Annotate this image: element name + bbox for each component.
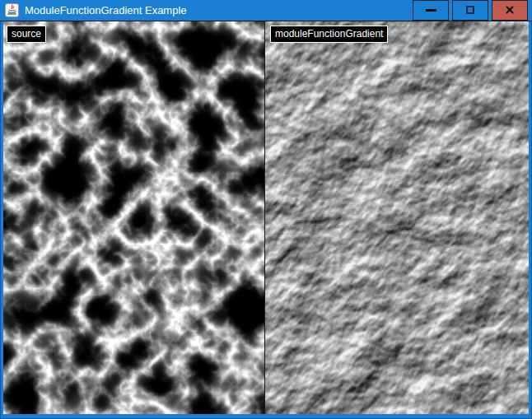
panel-source: source: [3, 21, 264, 414]
window-controls: [409, 0, 528, 21]
titlebar[interactable]: ModuleFunctionGradient Example: [0, 0, 532, 21]
close-icon: [505, 5, 515, 15]
maximize-icon: [466, 6, 474, 14]
source-label: source: [7, 26, 46, 43]
content-area: source moduleFunctionGradient: [3, 21, 529, 414]
close-button[interactable]: [492, 0, 528, 21]
module-function-gradient-image: [265, 21, 529, 414]
panel-module-function-gradient: moduleFunctionGradient: [265, 21, 529, 414]
maximize-button[interactable]: [452, 0, 488, 21]
module-function-gradient-label: moduleFunctionGradient: [270, 26, 388, 43]
java-coffee-cup-icon: [5, 3, 19, 17]
app-window: ModuleFunctionGradient Example source mo…: [0, 0, 532, 419]
minimize-icon: [426, 9, 436, 12]
window-title: ModuleFunctionGradient Example: [25, 0, 409, 21]
source-noise-image: [3, 21, 264, 414]
minimize-button[interactable]: [413, 0, 449, 21]
